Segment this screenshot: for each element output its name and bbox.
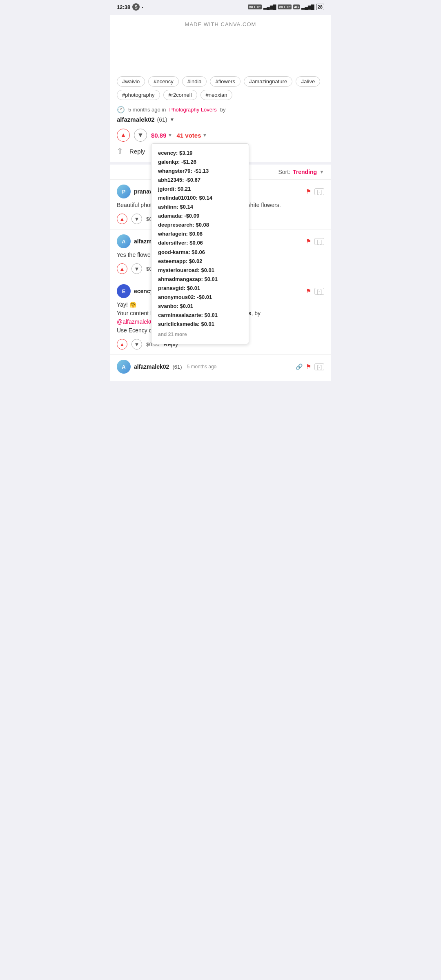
status-bar: 12:38 S · Vo LTE ▂▄▆█ Vo LTE 4G ▂▄▆█ 28 bbox=[110, 0, 331, 12]
votes-dropdown-arrow[interactable]: ▼ bbox=[202, 132, 207, 138]
hashtag-item[interactable]: #flowers bbox=[210, 76, 240, 87]
comment-author-name[interactable]: ecency bbox=[134, 288, 153, 294]
collapse-button[interactable]: [-] bbox=[314, 188, 324, 195]
author-row: alfazmalek02 (61) ▼ bbox=[117, 116, 324, 123]
collapse-button[interactable]: [-] bbox=[314, 288, 324, 295]
comment-downvote-button[interactable]: ▼ bbox=[131, 339, 142, 350]
comment-upvote-button[interactable]: ▲ bbox=[117, 214, 127, 224]
vote-popup-item: carminasalazarte: $0.01 bbox=[158, 311, 242, 320]
collapse-button[interactable]: [-] bbox=[314, 363, 324, 370]
comment-actions-right: ⚑[-] bbox=[306, 188, 324, 195]
4g-label: 4G bbox=[293, 4, 300, 9]
avatar: A bbox=[117, 234, 131, 248]
author-name[interactable]: alfazmalek02 bbox=[117, 116, 155, 123]
vote-popup-item: whangster79: -$1.13 bbox=[158, 167, 242, 176]
hashtag-item[interactable]: #amazingnature bbox=[244, 76, 292, 87]
vote-popup-item: mysteriousroad: $0.01 bbox=[158, 266, 242, 275]
vote-popup-item: galenkp: -$1.26 bbox=[158, 158, 242, 167]
payout-dropdown-arrow[interactable]: ▼ bbox=[168, 132, 173, 138]
hashtag-item[interactable]: #neoxian bbox=[200, 90, 233, 100]
sort-label: Sort: bbox=[278, 169, 290, 175]
hashtag-item[interactable]: #waivio bbox=[117, 76, 145, 87]
vote-popup-item: ashlinn: $0.14 bbox=[158, 203, 242, 212]
vote-popup-item: deepresearch: $0.08 bbox=[158, 220, 242, 229]
s-icon: S bbox=[132, 3, 140, 11]
flag-button[interactable]: ⚑ bbox=[306, 188, 311, 195]
sort-dropdown-arrow[interactable]: ▼ bbox=[319, 169, 324, 175]
vote-popup-item: esteemapp: $0.02 bbox=[158, 257, 242, 266]
author-rep: (61) bbox=[157, 116, 167, 123]
votes-count[interactable]: 41 votes ▼ bbox=[176, 132, 207, 139]
status-left: 12:38 S · bbox=[117, 3, 143, 11]
sort-value[interactable]: Trending bbox=[293, 169, 317, 175]
comment-downvote-button[interactable]: ▼ bbox=[131, 263, 142, 274]
community-link[interactable]: Photography Lovers bbox=[169, 107, 217, 113]
time-ago: 5 months ago in bbox=[128, 107, 166, 113]
comment-time: 5 months ago bbox=[187, 364, 217, 370]
hashtag-item[interactable]: #ecency bbox=[148, 76, 178, 87]
reply-button[interactable]: Reply bbox=[129, 148, 145, 155]
time-display: 12:38 bbox=[117, 4, 130, 10]
vote-popup-item: anonymous02: -$0.01 bbox=[158, 293, 242, 302]
vote-popup-item: abh12345: -$0.67 bbox=[158, 176, 242, 185]
hashtag-row: #waivio#ecency#india#flowers#amazingnatu… bbox=[117, 76, 324, 100]
votes-label: 41 votes bbox=[176, 132, 201, 139]
comment-actions-right: ⚑[-] bbox=[306, 238, 324, 245]
vote-popup-item: melinda010100: $0.14 bbox=[158, 194, 242, 203]
vote-popup-item: dalersilfver: $0.06 bbox=[158, 238, 242, 247]
signal-bars-1: ▂▄▆█ bbox=[263, 4, 276, 10]
comment-upvote-button[interactable]: ▲ bbox=[117, 339, 127, 350]
vote-popup-item: ahmadmangazap: $0.01 bbox=[158, 275, 242, 284]
battery-indicator: 28 bbox=[316, 4, 324, 10]
flag-button[interactable]: ⚑ bbox=[306, 287, 311, 295]
volte-label: Vo LTE bbox=[248, 4, 262, 9]
payout-amount: $0.89 bbox=[151, 132, 167, 139]
vote-popup-item: ecency: $3.19 bbox=[158, 149, 242, 158]
hashtag-item[interactable]: #alive bbox=[296, 76, 320, 87]
volte-label-2: Vo LTE bbox=[278, 4, 292, 9]
vote-popup-item: good-karma: $0.06 bbox=[158, 248, 242, 257]
vote-popup-item: svanbo: $0.01 bbox=[158, 302, 242, 311]
votes-popup-more: and 21 more bbox=[158, 330, 242, 339]
flag-button[interactable]: ⚑ bbox=[306, 238, 311, 245]
comment-upvote-button[interactable]: ▲ bbox=[117, 263, 127, 274]
avatar: A bbox=[117, 360, 131, 374]
avatar: P bbox=[117, 185, 131, 198]
vote-row: ▲ ▼ $0.89 ▼ ecency: $3.19galenkp: -$1.26… bbox=[117, 129, 324, 142]
clock-icon: 🕐 bbox=[117, 106, 125, 114]
avatar: E bbox=[117, 284, 131, 298]
comment-rep: (61) bbox=[172, 364, 182, 370]
downvote-button[interactable]: ▼ bbox=[134, 129, 147, 142]
main-post-card: MADE WITH CANVA.COM #waivio#ecency#india… bbox=[110, 15, 331, 162]
hashtag-item[interactable]: #r2cornell bbox=[163, 90, 197, 100]
link-icon[interactable]: 🔗 bbox=[296, 363, 303, 370]
hashtag-item[interactable]: #india bbox=[182, 76, 207, 87]
dot-separator: · bbox=[142, 4, 143, 10]
vote-popup-item: suriclicksmedia: $0.01 bbox=[158, 320, 242, 329]
comment-author-name[interactable]: alfazmalek02 bbox=[134, 363, 169, 370]
votes-popup: ecency: $3.19galenkp: -$1.26whangster79:… bbox=[151, 143, 249, 344]
canva-banner: MADE WITH CANVA.COM bbox=[117, 21, 324, 27]
upvote-button[interactable]: ▲ bbox=[117, 129, 130, 142]
flag-button[interactable]: ⚑ bbox=[306, 363, 311, 370]
post-meta: 🕐 5 months ago in Photography Lovers by bbox=[117, 106, 324, 114]
comment-actions-right: ⚑[-] bbox=[306, 287, 324, 295]
vote-popup-item: jgiordi: $0.21 bbox=[158, 185, 242, 194]
comment-card: Aalfazmalek02(61)5 months ago🔗⚑[-] bbox=[110, 354, 331, 381]
by-label: by bbox=[220, 107, 226, 113]
author-dropdown-arrow[interactable]: ▼ bbox=[169, 117, 174, 122]
collapse-button[interactable]: [-] bbox=[314, 238, 324, 245]
share-icon[interactable]: ⇧ bbox=[117, 147, 123, 156]
payout-display[interactable]: $0.89 ▼ ecency: $3.19galenkp: -$1.26whan… bbox=[151, 132, 172, 139]
vote-popup-item: pranavgtd: $0.01 bbox=[158, 284, 242, 293]
vote-popup-item: adamada: -$0.09 bbox=[158, 212, 242, 220]
vote-popup-item: wharfagein: $0.08 bbox=[158, 229, 242, 238]
comment-actions-right: 🔗⚑[-] bbox=[296, 363, 324, 370]
signal-bars-2: ▂▄▆█ bbox=[301, 4, 314, 10]
hashtag-item[interactable]: #photography bbox=[117, 90, 160, 100]
status-right: Vo LTE ▂▄▆█ Vo LTE 4G ▂▄▆█ 28 bbox=[248, 4, 324, 10]
comment-header: Aalfazmalek02(61)5 months ago🔗⚑[-] bbox=[117, 360, 324, 374]
comment-downvote-button[interactable]: ▼ bbox=[131, 214, 142, 224]
